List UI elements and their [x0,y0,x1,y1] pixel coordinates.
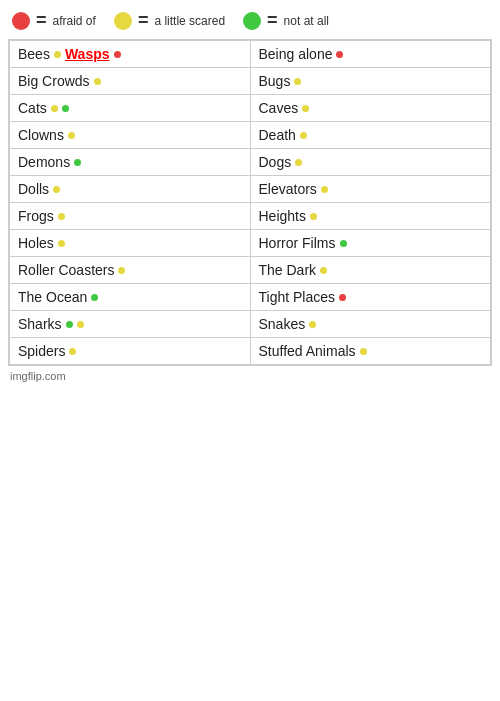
table-cell: Frogs [10,203,251,230]
red-circle [12,12,30,30]
wasps-label: Wasps [65,46,110,62]
dot-yellow [118,267,125,274]
table-cell: Big Crowds [10,68,251,95]
table-cell: Demons [10,149,251,176]
cell-label: Horror Films [259,235,336,251]
cell-label: Elevators [259,181,317,197]
cell-label: Clowns [18,127,64,143]
cell-label: Roller Coasters [18,262,114,278]
table-cell: Dogs [250,149,491,176]
cell-label: Cats [18,100,47,116]
table-cell: Horror Films [250,230,491,257]
table-cell: Roller Coasters [10,257,251,284]
dot-yellow [54,51,61,58]
cell-label: Bees [18,46,50,62]
cell-label: Sharks [18,316,62,332]
cell-label: The Dark [259,262,317,278]
dot-green [340,240,347,247]
table-cell: The Dark [250,257,491,284]
equals-1: = [36,10,47,31]
dot-green [74,159,81,166]
dot-green [91,294,98,301]
cell-label: Holes [18,235,54,251]
cell-label: Caves [259,100,299,116]
table-cell: Death [250,122,491,149]
table-cell: Dolls [10,176,251,203]
cell-label: Stuffed Animals [259,343,356,359]
dot-green [66,321,73,328]
fears-table-container: BeesWaspsBeing aloneBig CrowdsBugsCatsCa… [8,39,492,366]
table-cell: Holes [10,230,251,257]
table-cell: Clowns [10,122,251,149]
dot-yellow [295,159,302,166]
green-circle [243,12,261,30]
dot-green [62,105,69,112]
table-cell: Bugs [250,68,491,95]
table-cell: Heights [250,203,491,230]
table-cell: BeesWasps [10,41,251,68]
cell-label: Frogs [18,208,54,224]
cell-label: Spiders [18,343,65,359]
legend-not-at-all: = not at all [243,10,329,31]
legend-afraid: = afraid of [12,10,96,31]
table-cell: Stuffed Animals [250,338,491,365]
table-cell: Being alone [250,41,491,68]
table-cell: Tight Places [250,284,491,311]
dot-yellow [58,213,65,220]
dot-yellow [77,321,84,328]
dot-yellow [310,213,317,220]
little-scared-label: a little scared [154,14,225,28]
dot-yellow [360,348,367,355]
afraid-label: afraid of [53,14,96,28]
dot-yellow [302,105,309,112]
table-cell: Snakes [250,311,491,338]
table-cell: Cats [10,95,251,122]
cell-label: The Ocean [18,289,87,305]
table-cell: The Ocean [10,284,251,311]
dot-yellow [321,186,328,193]
dot-yellow [320,267,327,274]
dot-yellow [294,78,301,85]
legend-little-scared: = a little scared [114,10,225,31]
dot-red [339,294,346,301]
not-at-all-label: not at all [284,14,329,28]
yellow-circle [114,12,132,30]
dot-yellow [53,186,60,193]
dot-yellow [69,348,76,355]
equals-3: = [267,10,278,31]
cell-label: Bugs [259,73,291,89]
dot-yellow [58,240,65,247]
dot-yellow [68,132,75,139]
cell-label: Being alone [259,46,333,62]
cell-label: Demons [18,154,70,170]
table-cell: Caves [250,95,491,122]
cell-label: Snakes [259,316,306,332]
cell-label: Big Crowds [18,73,90,89]
dot-yellow [51,105,58,112]
cell-label: Dogs [259,154,292,170]
dot-red [114,51,121,58]
header: = afraid of = a little scared = not at a… [0,0,500,39]
cell-label: Death [259,127,296,143]
table-cell: Elevators [250,176,491,203]
cell-label: Tight Places [259,289,336,305]
dot-red [336,51,343,58]
cell-label: Heights [259,208,306,224]
fears-table: BeesWaspsBeing aloneBig CrowdsBugsCatsCa… [9,40,491,365]
dot-yellow [309,321,316,328]
dot-yellow [94,78,101,85]
cell-label: Dolls [18,181,49,197]
table-cell: Sharks [10,311,251,338]
dot-yellow [300,132,307,139]
equals-2: = [138,10,149,31]
table-cell: Spiders [10,338,251,365]
footer: imgflip.com [0,366,500,386]
